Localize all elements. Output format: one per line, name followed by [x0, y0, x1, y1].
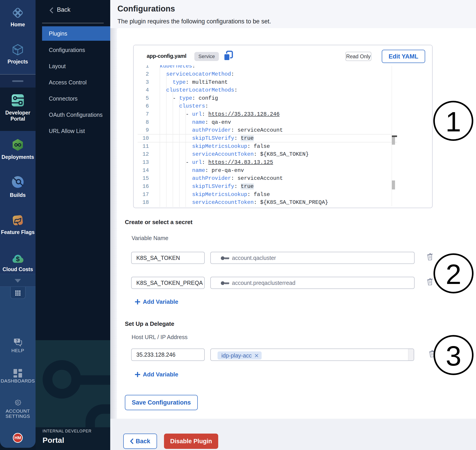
svg-text:$: $: [16, 255, 20, 263]
svg-text:?: ?: [16, 339, 18, 343]
